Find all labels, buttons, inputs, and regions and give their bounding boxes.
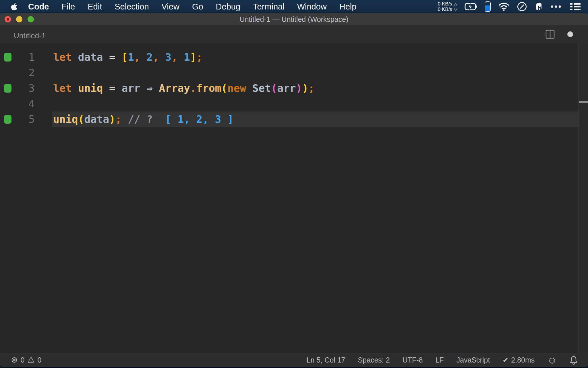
code-text: uniq(data); // ? [ 1, 2, 3 ] [53,112,234,127]
status-item-label: Spaces: 2 [358,356,390,364]
code-token [121,113,128,125]
line-number: 5 [0,112,35,127]
upload-arrow-icon: △ [454,2,457,6]
code-token: 2 [146,51,153,63]
status-item-indentation[interactable]: Spaces: 2 [358,356,390,364]
download-arrow-icon: ▽ [454,7,457,12]
code-token: ? [146,113,153,125]
code-token [72,51,78,63]
notifications-bell-icon[interactable] [570,355,578,365]
code-token: ( [221,82,227,94]
code-token [115,51,122,63]
warnings-count: 0 [37,356,41,364]
status-item-label: 2.80ms [511,356,535,364]
close-button[interactable] [5,16,11,22]
code-line-1[interactable]: 1let data = [1, 2, 3, 1]; [0,49,588,65]
tab-untitled-1[interactable]: Untitled-1 [14,31,46,40]
menu-item-file[interactable]: File [55,2,82,12]
line-number: 1 [0,49,35,65]
code-line-3[interactable]: 3let uniq = arr ⇒ Array.from(new Set(arr… [0,80,588,96]
errors-icon: ⊗ [11,356,18,364]
code-token: let [53,82,72,94]
code-token: arr [277,82,296,94]
zoom-button[interactable] [28,16,34,22]
code-text: let uniq = arr ⇒ Array.from(new Set(arr)… [53,80,315,96]
menu-item-go[interactable]: Go [186,2,210,12]
problems-indicator[interactable]: ⊗ 0 ⚠ 0 [11,356,41,364]
code-token [140,113,147,125]
status-item-language-mode[interactable]: JavaScript [457,356,490,364]
code-token: ) [109,113,115,125]
code-token [246,82,252,94]
feedback-smiley-icon[interactable]: ☺ [547,355,557,365]
status-item-cursor-position[interactable]: Ln 5, Col 17 [307,356,345,364]
menu-item-help[interactable]: Help [333,2,363,12]
menu-item-view[interactable]: View [155,2,186,12]
macos-menu-bar: CodeFileEditSelectionViewGoDebugTerminal… [0,0,588,13]
unsaved-changes-dot-icon[interactable] [567,31,573,37]
code-editor[interactable]: 1let data = [1, 2, 3, 1];23let uniq = ar… [0,43,588,353]
line-number: 3 [0,80,35,96]
code-token: ; [308,82,315,94]
list-menu-icon[interactable] [570,1,581,12]
menu-item-edit[interactable]: Edit [81,2,108,12]
cube-icon[interactable] [534,1,543,12]
menu-item-selection[interactable]: Selection [108,2,155,12]
menu-item-code[interactable]: Code [22,2,55,12]
code-token: , [134,51,140,63]
code-token [115,82,122,94]
code-token [140,82,147,94]
traffic-lights [5,13,34,25]
vscode-window: Untitled-1 — Untitled (Workspace) Untitl… [0,13,588,367]
menu-item-window[interactable]: Window [291,2,333,12]
code-token: arr [121,82,140,94]
network-speed-indicator[interactable]: 0 KB/s △ 0 KB/s ▽ [438,1,457,12]
code-token [140,51,147,63]
code-token: uniq [53,113,78,125]
menu-bar-status-icons: 0 KB/s △ 0 KB/s ▽ [438,1,581,12]
menu-items: CodeFileEditSelectionViewGoDebugTerminal… [22,2,363,12]
vertical-indicator-icon[interactable] [485,1,491,12]
download-speed: 0 KB/s [438,7,452,12]
code-token [72,82,78,94]
code-token: Array [159,82,190,94]
code-token: [ [121,51,128,63]
check-icon: ✔ [502,356,508,364]
code-token: . [190,82,196,94]
wifi-icon[interactable] [498,1,510,12]
code-token: ( [271,82,277,94]
menu-left: CodeFileEditSelectionViewGoDebugTerminal… [10,2,363,12]
menu-item-debug[interactable]: Debug [210,2,247,12]
status-item-encoding[interactable]: UTF-8 [403,356,423,364]
apple-menu-icon[interactable] [10,2,18,11]
code-token: 1 [184,51,190,63]
tab-bar: Untitled-1 [0,25,588,43]
code-token: = [109,82,115,94]
title-bar[interactable]: Untitled-1 — Untitled (Workspace) [0,13,588,25]
code-token: data [78,51,103,63]
code-token: from [196,82,221,94]
minimize-button[interactable] [16,16,22,22]
warnings-icon: ⚠ [27,356,34,364]
code-token [159,51,165,63]
menu-item-terminal[interactable]: Terminal [247,2,291,12]
battery-charging-icon[interactable] [465,1,477,12]
split-editor-icon[interactable] [546,30,555,39]
ellipsis-icon[interactable]: ••• [550,1,562,12]
clock-icon[interactable] [517,1,527,12]
code-token: ⇒ [146,82,153,94]
code-line-5[interactable]: 5uniq(data); // ? [ 1, 2, 3 ] [0,112,588,127]
code-token: uniq [78,82,103,94]
code-line-2[interactable]: 2 [0,65,588,80]
status-bar-right: Ln 5, Col 17Spaces: 2UTF-8LFJavaScript✔2… [307,355,578,365]
code-token: , [153,51,159,63]
code-token: ; [196,51,203,63]
status-item-eol-sequence[interactable]: LF [435,356,444,364]
code-token: = [109,51,115,63]
status-item-quokka-time[interactable]: ✔2.80ms [502,356,535,364]
code-token: 3 [165,51,171,63]
overview-ruler[interactable] [579,43,588,353]
code-token [178,51,184,63]
line-number: 4 [0,96,35,112]
code-line-4[interactable]: 4 [0,96,588,112]
